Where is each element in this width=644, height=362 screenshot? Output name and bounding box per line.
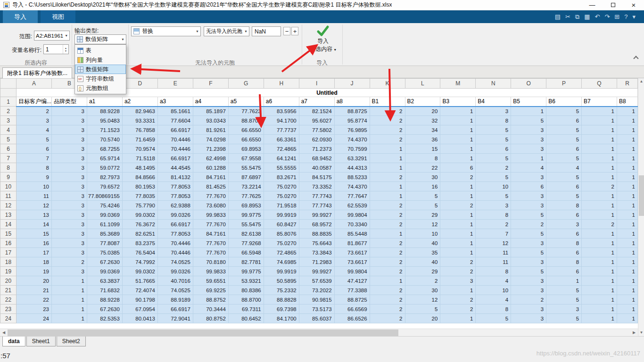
data-cell[interactable]: 2 [370,267,405,276]
row-number[interactable]: 3 [0,116,17,125]
data-cell[interactable]: 1 [582,107,617,116]
data-cell[interactable]: 3 [511,276,546,286]
data-cell[interactable]: 71.1523 [87,125,122,135]
data-cell[interactable]: 1 [440,125,476,135]
data-cell[interactable]: 1 [582,286,617,295]
data-cell[interactable]: 1 [582,239,617,248]
data-cell[interactable]: 80.8386 [228,286,264,295]
data-cell[interactable]: 69.7311 [228,304,264,314]
data-cell[interactable]: 3 [51,173,87,182]
data-cell[interactable]: 17 [16,248,51,257]
data-cell[interactable]: 88.8700 [228,116,264,125]
variable-names-row-field[interactable]: 1 ▴▾ [43,44,69,54]
data-cell[interactable]: 69.9225 [193,286,228,295]
data-cell[interactable]: 1 [582,229,617,239]
data-cell[interactable]: 82.7973 [87,173,122,182]
data-cell[interactable]: 44.4313 [334,163,370,173]
data-cell[interactable]: 70.7599 [334,144,370,154]
row-number[interactable]: 20 [0,276,17,286]
data-cell[interactable]: 2 [476,163,511,173]
data-cell[interactable]: 99.0302 [122,210,157,220]
data-cell[interactable]: 8 [405,154,440,163]
data-cell[interactable]: 99.9775 [228,267,264,276]
data-cell[interactable]: 71.6459 [122,135,157,144]
data-cell[interactable]: 1 [582,163,617,173]
row-number[interactable]: 5 [0,135,17,144]
data-cell[interactable]: 2 [370,125,405,135]
data-cell[interactable]: 1 [617,220,637,229]
column-header-G[interactable]: G [228,79,264,89]
data-cell[interactable]: 5 [546,154,582,163]
data-cell[interactable]: 8 [476,267,511,276]
data-cell[interactable]: 75.7790 [122,201,157,210]
data-cell[interactable]: 5 [476,173,511,182]
data-cell[interactable]: 75.6643 [299,239,334,248]
data-cell[interactable]: 1 [617,135,637,144]
data-cell[interactable]: 2 [370,135,405,144]
data-cell[interactable]: 8 [16,163,51,173]
data-cell[interactable]: 1 [370,144,405,154]
data-cell[interactable]: 1 [582,314,617,323]
data-cell[interactable]: 3 [51,116,87,125]
data-cell[interactable]: 2 [370,173,405,182]
data-cell[interactable]: 1 [617,116,637,125]
data-cell[interactable]: 3 [51,182,87,191]
data-cell[interactable]: 1 [440,182,476,191]
header-cell[interactable]: B3 [440,97,476,107]
data-cell[interactable]: 99.0369 [87,210,122,220]
data-cell[interactable]: 3 [511,144,546,154]
data-cell[interactable]: 1 [582,248,617,257]
data-cell[interactable]: 84.5175 [299,173,334,182]
data-cell[interactable]: 1 [617,276,637,286]
scroll-up-icon[interactable]: ▲ [638,78,644,85]
header-cell[interactable]: B8 [617,97,637,107]
data-cell[interactable]: 82.1524 [299,107,334,116]
data-cell[interactable]: 5 [476,314,511,323]
data-cell[interactable]: 77.8053 [157,182,193,191]
column-header-K[interactable]: K [370,79,405,89]
data-cell[interactable]: 99.9919 [264,210,299,220]
data-cell[interactable]: 71.2983 [299,257,334,267]
row-number[interactable]: 24 [0,314,17,323]
data-cell[interactable]: 3 [51,201,87,210]
column-header-F[interactable]: F [193,79,228,89]
data-cell[interactable]: 67.2630 [87,257,122,267]
data-cell[interactable]: 99.9804 [334,267,370,276]
data-cell[interactable]: 70.4446 [157,144,193,154]
data-cell[interactable]: 82.7781 [228,257,264,267]
data-cell[interactable]: 70.8180 [193,257,228,267]
data-cell[interactable]: 77.7743 [299,201,334,210]
data-cell[interactable]: 77.7737 [264,125,299,135]
data-cell[interactable]: 1 [582,144,617,154]
data-cell[interactable]: 75.0270 [264,239,299,248]
header-cell[interactable]: B2 [405,97,440,107]
data-cell[interactable]: 63.3291 [334,154,370,163]
data-cell[interactable]: 73.3843 [299,248,334,257]
column-header-R[interactable]: R [617,79,637,89]
data-cell[interactable]: 84.1700 [264,314,299,323]
menu-item-table[interactable]: 表 [75,46,126,55]
undo-icon[interactable]: ↶ [595,13,600,20]
data-cell[interactable]: 82.6251 [122,229,157,239]
data-cell[interactable]: 83.2375 [122,239,157,248]
data-cell[interactable]: 1 [582,276,617,286]
data-cell[interactable]: 5 [476,125,511,135]
data-cell[interactable]: 2 [370,201,405,210]
data-cell[interactable]: 77.6604 [157,116,193,125]
data-cell[interactable]: 77.7670 [193,248,228,257]
data-cell[interactable]: 1 [582,304,617,314]
data-cell[interactable]: 40 [405,257,440,267]
data-cell[interactable]: 77.7647 [334,191,370,201]
data-cell[interactable]: 69.8953 [228,144,264,154]
spinner-stepper[interactable]: ▴▾ [63,45,68,54]
data-cell[interactable]: 5 [546,314,582,323]
data-cell[interactable]: 1 [370,163,405,173]
data-cell[interactable]: 47.4127 [334,276,370,286]
data-cell[interactable]: 88.9189 [157,295,193,304]
data-cell[interactable]: 81.8677 [334,239,370,248]
column-header-E[interactable]: E [157,79,193,89]
data-cell[interactable]: 1 [617,201,637,210]
data-cell[interactable]: 32 [405,116,440,125]
data-cell[interactable]: 5 [511,267,546,276]
data-cell[interactable]: 5 [476,191,511,201]
